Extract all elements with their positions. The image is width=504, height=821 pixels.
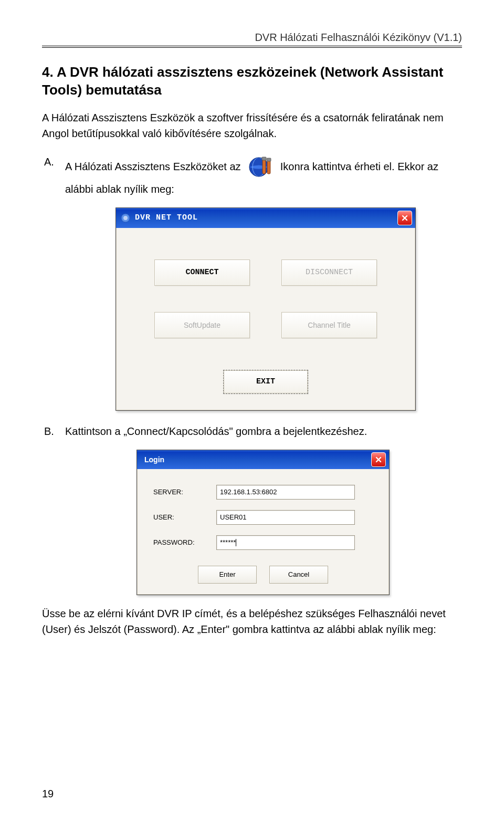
login-window: Login SERVER: 192.168.1.53:6802 USER: US… — [136, 450, 390, 595]
cancel-button[interactable]: Cancel — [269, 566, 328, 584]
password-label: PASSWORD: — [153, 538, 216, 546]
disconnect-button[interactable]: DISCONNECT — [281, 259, 377, 286]
server-value: 192.168.1.53:6802 — [220, 488, 277, 496]
user-input[interactable]: USER01 — [216, 510, 355, 525]
dvr-tool-title: DVR NET TOOL — [135, 213, 397, 222]
enter-button[interactable]: Enter — [198, 566, 257, 584]
svg-rect-5 — [262, 157, 266, 160]
user-label: USER: — [153, 513, 216, 521]
password-value: ****** — [220, 538, 236, 546]
item-a-pre: A Hálózati Asszisztens Eszközöket az — [65, 161, 244, 172]
user-value: USER01 — [220, 513, 247, 521]
list-text-a: A Hálózati Asszisztens Eszközöket az Iko… — [65, 154, 462, 197]
server-input[interactable]: 192.168.1.53:6802 — [216, 485, 355, 500]
svg-point-8 — [123, 216, 128, 220]
header-doc-title: DVR Hálózati Felhasználói Kézikönyv (V1.… — [42, 32, 462, 46]
softupdate-button[interactable]: SoftUpdate — [154, 312, 250, 338]
page: DVR Hálózati Felhasználói Kézikönyv (V1.… — [0, 0, 504, 821]
list-item-a: A. A Hálózati Asszisztens Eszközöket az … — [42, 154, 462, 197]
list-text-b: Kattintson a „Connect/Kapcsolódás" gombr… — [65, 423, 462, 439]
app-icon — [120, 213, 131, 223]
svg-rect-4 — [267, 160, 270, 174]
login-title: Login — [144, 455, 371, 464]
login-titlebar: Login — [137, 450, 389, 469]
close-button[interactable] — [397, 211, 412, 225]
text-caret — [236, 539, 236, 546]
connect-button[interactable]: CONNECT — [154, 259, 250, 286]
svg-rect-3 — [262, 159, 266, 174]
svg-rect-6 — [267, 158, 271, 161]
close-icon — [375, 456, 382, 463]
list-item-b: B. Kattintson a „Connect/Kapcsolódás" go… — [42, 423, 462, 439]
channel-title-button[interactable]: Channel Title — [281, 312, 377, 338]
user-row: USER: USER01 — [153, 510, 373, 525]
login-button-row: Enter Cancel — [153, 566, 373, 584]
login-close-button[interactable] — [371, 452, 386, 467]
password-input[interactable]: ****** — [216, 535, 355, 550]
dvr-tool-body: CONNECT DISCONNECT SoftUpdate Channel Ti… — [116, 228, 415, 410]
list-letter-a: A. — [42, 154, 65, 170]
close-icon — [402, 215, 408, 221]
login-body: SERVER: 192.168.1.53:6802 USER: USER01 P… — [137, 469, 389, 595]
dvr-net-tool-window: DVR NET TOOL CONNECT DISCONNECT SoftUpda… — [116, 207, 416, 411]
closing-paragraph: Üsse be az elérni kívánt DVR IP címét, é… — [42, 606, 462, 637]
button-row-2: SoftUpdate Channel Title — [138, 312, 394, 338]
server-row: SERVER: 192.168.1.53:6802 — [153, 485, 373, 500]
button-row-1: CONNECT DISCONNECT — [138, 259, 394, 286]
dvr-tool-titlebar: DVR NET TOOL — [116, 208, 415, 228]
header-rule — [42, 46, 462, 48]
exit-row: EXIT — [138, 370, 394, 394]
password-row: PASSWORD: ****** — [153, 535, 373, 550]
intro-paragraph: A Hálózati Asszisztens Eszközök a szoftv… — [42, 110, 462, 141]
section-title: 4. A DVR hálózati asszisztens eszközeine… — [42, 64, 462, 99]
page-number: 19 — [42, 788, 54, 800]
exit-button[interactable]: EXIT — [223, 370, 308, 394]
list-letter-b: B. — [42, 423, 65, 439]
globe-tools-icon — [247, 154, 274, 181]
server-label: SERVER: — [153, 488, 216, 496]
